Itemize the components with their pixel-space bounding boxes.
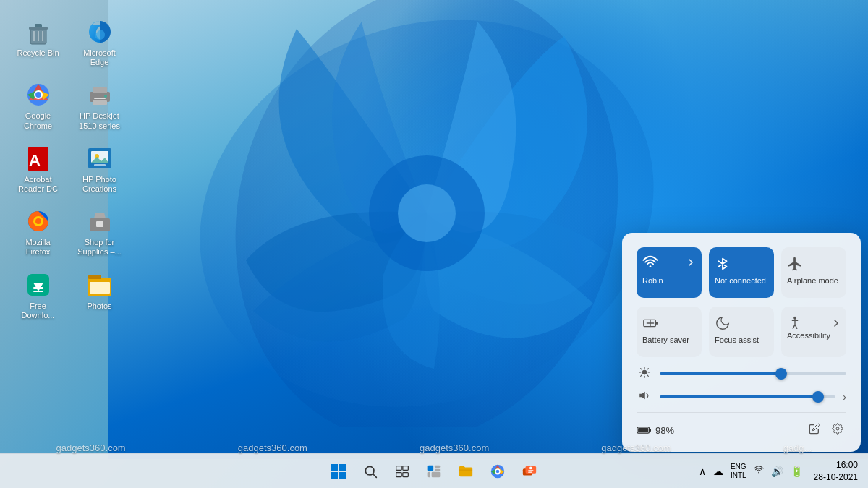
svg-rect-64 [403,472,409,476]
language-indicator[interactable]: ENGINTL [728,461,749,481]
file-explorer-button[interactable] [451,457,480,486]
settings-icon [832,423,843,435]
edit-icon [809,423,820,435]
search-button[interactable] [356,457,385,486]
hp-photo-label: HP Photo Creations [75,175,124,194]
desktop-icon-hp-deskjet[interactable]: HP Deskjet 1510 series [72,77,127,133]
svg-rect-67 [435,468,441,471]
svg-rect-55 [331,464,338,471]
svg-rect-58 [339,472,346,479]
svg-point-27 [35,218,41,224]
svg-rect-39 [655,322,658,325]
svg-rect-77 [528,470,533,471]
battery-tray-icon[interactable]: 🔋 [788,464,805,479]
svg-rect-61 [396,466,402,470]
speaker-tray-icon[interactable]: 🔊 [769,464,786,479]
focus-assist-icon [715,315,731,331]
svg-point-18 [104,95,107,98]
edit-quick-settings-button[interactable] [806,420,823,440]
recycle-bin-label: Recycle Bin [17,48,59,58]
bluetooth-button[interactable]: Not connected [709,247,774,298]
hp-deskjet-label: HP Deskjet 1510 series [75,111,124,130]
desktop-icon-free-download[interactable]: Free Downlo... [11,267,65,323]
battery-saver-icon [642,315,658,331]
firefox-icon [24,207,53,236]
battery-saver-button[interactable]: Battery saver [637,307,702,357]
svg-point-41 [642,370,647,374]
battery-saver-label: Battery saver [642,335,689,345]
clock-time: 16:00 [814,459,858,471]
battery-info: 98% [637,425,674,436]
svg-rect-36 [90,282,110,294]
battery-status-icon [637,425,651,435]
start-icon [331,463,346,479]
desktop-icon-chrome[interactable]: Google Chrome [11,77,65,133]
widgets-button[interactable] [420,457,448,486]
airplane-mode-button[interactable]: Airplane mode [781,247,846,298]
volume-icon [637,389,652,405]
firefox-label: Mozilla Firefox [14,238,62,257]
quick-settings-panel: Robin Not connected Airplane mode [622,233,861,452]
search-icon [363,464,378,479]
desktop-icon-shop[interactable]: Shop for Supplies –... [72,204,127,260]
teams-button[interactable] [515,457,544,486]
photos-label: Photos [87,301,111,311]
svg-rect-52 [650,429,652,432]
volume-thumb[interactable] [812,391,824,403]
hp-photo-icon [85,144,114,173]
airplane-icon [787,256,803,272]
brightness-thumb[interactable] [775,368,787,380]
volume-arrow[interactable]: › [843,391,846,403]
wifi-button[interactable]: Robin [637,247,702,298]
svg-rect-65 [428,465,434,471]
focus-assist-button[interactable]: Focus assist [709,307,774,357]
volume-slider[interactable] [660,395,835,398]
system-tray: ∧ ☁ ENGINTL 🔊 🔋 [697,461,805,481]
desktop: Recycle Bin Microsoft Edge [0,0,868,488]
brightness-slider[interactable] [660,372,846,375]
svg-rect-29 [96,221,103,227]
svg-rect-16 [94,98,106,99]
task-view-button[interactable] [388,457,417,486]
brightness-slider-row [637,366,846,382]
wifi-tray-icon[interactable] [752,463,766,479]
svg-text:A: A [29,151,41,169]
svg-point-3 [398,184,456,242]
wifi-label: Robin [642,276,696,285]
svg-point-54 [836,427,839,430]
weather-tray-icon[interactable]: ☁ [711,464,726,479]
qs-row-1: Robin Not connected Airplane mode [637,247,846,298]
svg-marker-50 [639,392,645,400]
chrome-taskbar-button[interactable] [483,457,512,486]
desktop-icon-hp-photo[interactable]: HP Photo Creations [72,141,127,197]
volume-slider-row: › [637,389,846,405]
taskbar-center [324,457,544,486]
acrobat-label: Acrobat Reader DC [14,175,62,194]
start-button[interactable] [324,457,353,486]
accessibility-chevron-icon [832,319,841,328]
edge-icon [85,17,114,46]
tray-chevron[interactable]: ∧ [697,464,708,479]
chrome-taskbar-icon [490,463,506,479]
photos-icon [85,270,114,299]
accessibility-button[interactable]: Accessibility [781,307,846,357]
settings-button[interactable] [829,420,846,440]
desktop-icon-firefox[interactable]: Mozilla Firefox [11,204,65,260]
clock[interactable]: 16:00 28-10-2021 [809,458,862,485]
desktop-icon-acrobat[interactable]: A Acrobat Reader DC [11,141,65,197]
desktop-icon-photos[interactable]: Photos [72,267,127,323]
accessibility-icon [787,315,803,331]
svg-rect-63 [396,472,402,476]
airplane-label: Airplane mode [787,276,838,286]
desktop-icon-recycle-bin[interactable]: Recycle Bin [11,14,65,70]
chrome-label: Google Chrome [14,111,62,130]
svg-line-48 [647,369,649,370]
svg-rect-6 [35,24,42,27]
svg-rect-57 [331,472,338,479]
svg-rect-69 [432,471,441,477]
wifi-icon [642,254,658,270]
file-explorer-icon [458,463,474,479]
desktop-icon-edge[interactable]: Microsoft Edge [72,14,127,70]
acrobat-icon: A [24,144,53,173]
chrome-icon [24,80,53,109]
